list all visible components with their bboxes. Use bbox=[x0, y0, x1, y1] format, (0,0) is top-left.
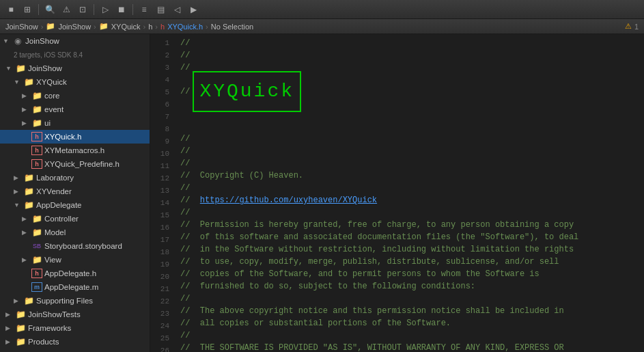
sidebar-item-event[interactable]: ▶ 📁 event bbox=[0, 103, 150, 116]
h-file-icon-predefine: h bbox=[31, 159, 42, 169]
sidebar-item-laboratory[interactable]: ▶ 📁 Laboratory bbox=[0, 171, 150, 185]
arrow-controller: ▶ bbox=[22, 215, 31, 222]
breadcrumb-warning-icon: ⚠ bbox=[625, 22, 632, 31]
folder-icon-2: 📁 bbox=[99, 22, 109, 31]
sidebar-item-joinshow-root[interactable]: ▼ ◉ JoinShow bbox=[0, 34, 150, 48]
folder-icon-products: 📁 bbox=[15, 337, 26, 347]
folder-icon-supporting: 📁 bbox=[23, 296, 34, 306]
sidebar-item-xymetamacros-h[interactable]: ▶ h XYMetamacros.h bbox=[0, 144, 150, 157]
toolbar-sep-2 bbox=[94, 4, 94, 15]
breadcrumb: JoinShow › 📁 JoinShow › 📁 XYQuick › h › … bbox=[0, 19, 644, 34]
sidebar-label-supporting: Supporting Files bbox=[36, 297, 93, 305]
sidebar-item-xyquick-predefine[interactable]: ▶ h XYQuick_Predefine.h bbox=[0, 157, 150, 171]
sidebar-subtitle-joinshow: 2 targets, iOS SDK 8.4 bbox=[14, 51, 83, 59]
code-content[interactable]: // // // // XYQuick // // // // Copyrigh… bbox=[175, 34, 644, 352]
github-link[interactable]: https://github.com/uxyheaven/XYQuick bbox=[200, 195, 377, 205]
toolbar-btn-5[interactable]: ⏹ bbox=[115, 3, 128, 16]
sidebar[interactable]: ▼ ◉ JoinShow 2 targets, iOS SDK 8.4 ▼ 📁 … bbox=[0, 34, 150, 352]
breadcrumb-sep-4: › bbox=[155, 23, 158, 31]
arrow-supporting: ▶ bbox=[14, 297, 23, 304]
sidebar-label-appdelegate-h: AppDelegate.h bbox=[44, 269, 96, 277]
sidebar-item-appdelegate[interactable]: ▼ 📁 AppDelegate bbox=[0, 198, 150, 212]
breadcrumb-h[interactable]: h bbox=[148, 23, 152, 31]
sidebar-label-tests: JoinShowTests bbox=[28, 310, 81, 319]
toolbar-sep-3 bbox=[132, 4, 133, 15]
arrow-ui: ▶ bbox=[22, 120, 31, 126]
arrow-storyboard: ▶ bbox=[22, 243, 31, 249]
sidebar-item-view[interactable]: ▶ 📁 View bbox=[0, 253, 150, 267]
toolbar-search-icon[interactable]: 🔍 bbox=[43, 3, 57, 16]
breadcrumb-sep-5: › bbox=[206, 23, 208, 31]
folder-icon-joinshow: 📁 bbox=[15, 64, 26, 73]
sidebar-item-supporting-files[interactable]: ▶ 📁 Supporting Files bbox=[0, 294, 150, 308]
h-file-icon-xyquick: h bbox=[31, 132, 42, 141]
breadcrumb-no-selection: No Selection bbox=[211, 23, 253, 31]
code-editor[interactable]: 1 2 3 4 5 6 7 8 9 10 11 12 13 14 15 16 1… bbox=[150, 34, 644, 352]
arrow-view: ▶ bbox=[22, 256, 31, 263]
breadcrumb-xyquick[interactable]: XYQuick bbox=[111, 23, 141, 31]
arrow-xymetamacros: ▶ bbox=[22, 147, 31, 154]
folder-icon-xyquick: 📁 bbox=[23, 77, 34, 87]
logo-ascii: XYQuick bbox=[193, 71, 301, 112]
toolbar-sep-1 bbox=[38, 4, 39, 15]
sidebar-item-appdelegate-h[interactable]: ▶ h AppDelegate.h bbox=[0, 267, 150, 280]
folder-icon-tests: 📁 bbox=[15, 310, 26, 319]
breadcrumb-warning-count: 1 bbox=[634, 23, 639, 31]
toolbar-btn-2[interactable]: ⊞ bbox=[20, 3, 34, 16]
h-file-icon-metamacros: h bbox=[31, 146, 42, 155]
toolbar-btn-3[interactable]: ⊡ bbox=[76, 3, 89, 16]
target-icon: ◉ bbox=[12, 36, 23, 46]
toolbar-btn-4[interactable]: ▷ bbox=[98, 3, 112, 16]
sidebar-label-predefine: XYQuick_Predefine.h bbox=[44, 160, 120, 168]
toolbar-warning-icon[interactable]: ⚠ bbox=[59, 3, 73, 16]
toolbar-btn-8[interactable]: ◁ bbox=[170, 3, 184, 16]
arrow-xyquick: ▼ bbox=[14, 79, 23, 85]
toolbar-btn-9[interactable]: ▶ bbox=[186, 3, 200, 16]
sidebar-item-model[interactable]: ▶ 📁 Model bbox=[0, 226, 150, 239]
sidebar-item-controller[interactable]: ▶ 📁 Controller bbox=[0, 212, 150, 226]
arrow-event: ▶ bbox=[22, 106, 31, 113]
breadcrumb-sep-3: › bbox=[143, 23, 146, 31]
h-file-icon-appdelegate: h bbox=[31, 269, 42, 278]
editor-content[interactable]: 1 2 3 4 5 6 7 8 9 10 11 12 13 14 15 16 1… bbox=[150, 34, 644, 352]
breadcrumb-joinshow1[interactable]: JoinShow bbox=[5, 23, 38, 31]
sidebar-label-xymetamacros: XYMetamacros.h bbox=[44, 146, 104, 154]
sidebar-item-xyvender[interactable]: ▶ 📁 XYVender bbox=[0, 185, 150, 198]
toolbar-btn-7[interactable]: ▤ bbox=[154, 3, 167, 16]
sidebar-label-storyboard: Storyboard.storyboard bbox=[44, 242, 122, 250]
sidebar-label-products: Products bbox=[28, 338, 59, 346]
sidebar-label-xyvender: XYVender bbox=[36, 187, 72, 195]
sidebar-item-ui[interactable]: ▶ 📁 ui bbox=[0, 116, 150, 130]
sidebar-item-xyquick[interactable]: ▼ 📁 XYQuick bbox=[0, 75, 150, 89]
arrow-predefine: ▶ bbox=[22, 161, 31, 167]
sidebar-item-core[interactable]: ▶ 📁 core bbox=[0, 89, 150, 103]
sidebar-item-frameworks[interactable]: ▶ 📁 Frameworks bbox=[0, 321, 150, 335]
sidebar-item-pods-root[interactable]: ▶ ◉ Pods bbox=[0, 349, 150, 352]
sidebar-item-xyquick-h[interactable]: ▶ h XYQuick.h bbox=[0, 130, 150, 144]
toolbar: ■ ⊞ 🔍 ⚠ ⊡ ▷ ⏹ ≡ ▤ ◁ ▶ bbox=[0, 0, 644, 19]
sidebar-item-storyboard[interactable]: ▶ SB Storyboard.storyboard bbox=[0, 239, 150, 253]
storyboard-icon: SB bbox=[31, 241, 42, 251]
sidebar-label-model: Model bbox=[44, 228, 66, 236]
arrow-xyquick-h: ▶ bbox=[22, 133, 31, 140]
sidebar-label-controller: Controller bbox=[44, 215, 79, 223]
folder-icon-model: 📁 bbox=[31, 228, 42, 237]
breadcrumb-sep-2: › bbox=[94, 23, 96, 31]
sidebar-label-joinshow-root: JoinShow bbox=[25, 37, 59, 45]
sidebar-item-products[interactable]: ▶ 📁 Products bbox=[0, 335, 150, 349]
breadcrumb-joinshow2[interactable]: JoinShow bbox=[58, 23, 91, 31]
breadcrumb-filename[interactable]: XYQuick.h bbox=[167, 23, 203, 31]
sidebar-item-joinshow-group[interactable]: ▼ 📁 JoinShow bbox=[0, 62, 150, 75]
sidebar-label-laboratory: Laboratory bbox=[36, 174, 74, 182]
arrow-frameworks: ▶ bbox=[5, 325, 15, 331]
folder-icon-controller: 📁 bbox=[31, 214, 42, 224]
toolbar-btn-1[interactable]: ■ bbox=[4, 3, 18, 16]
sidebar-label-xyquick-h: XYQuick.h bbox=[44, 133, 81, 141]
folder-icon-view: 📁 bbox=[31, 255, 42, 265]
folder-icon-ui: 📁 bbox=[31, 118, 42, 128]
toolbar-btn-6[interactable]: ≡ bbox=[137, 3, 151, 16]
sidebar-item-joinshow-tests[interactable]: ▶ 📁 JoinShowTests bbox=[0, 308, 150, 321]
sidebar-item-appdelegate-m[interactable]: ▶ m AppDelegate.m bbox=[0, 280, 150, 294]
arrow-appdelegate-m: ▶ bbox=[22, 284, 31, 290]
sidebar-label-frameworks: Frameworks bbox=[28, 324, 71, 332]
